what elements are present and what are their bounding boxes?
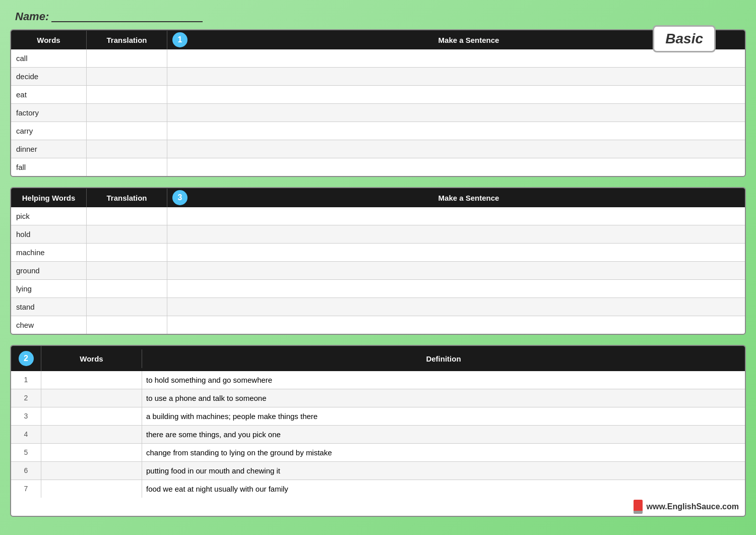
num-cell: 6 [11, 462, 41, 480]
table-row: fall [11, 158, 745, 176]
definition-cell: there are some things, and you pick one [142, 426, 745, 443]
word-cell: lying [11, 280, 87, 298]
section3-circle: 3 [167, 188, 193, 207]
definition-cell: change from standing to lying on the gro… [142, 444, 745, 461]
circle-3: 3 [172, 190, 187, 205]
table-row: chew [11, 316, 745, 334]
table-row: eat [11, 86, 745, 104]
section2-body: 1 to hold something and go somewhere 2 t… [11, 371, 745, 498]
definition-cell: putting food in our mouth and chewing it [142, 462, 745, 480]
word-cell: factory [11, 104, 87, 122]
word-answer-cell[interactable] [41, 371, 142, 389]
table-row: stand [11, 298, 745, 316]
section2-col-definition: Definition [142, 349, 745, 368]
word-cell: carry [11, 122, 87, 140]
def-row: 3 a building with machines; people make … [11, 407, 745, 426]
table-row: call [11, 49, 745, 68]
table-row: machine [11, 244, 745, 262]
word-cell: chew [11, 316, 87, 334]
section3-col-sentence: Make a Sentence [193, 189, 745, 207]
name-input-line [51, 11, 203, 22]
num-cell: 3 [11, 407, 41, 425]
sentence-cell[interactable] [167, 68, 745, 85]
table-row: pick [11, 207, 745, 225]
sentence-cell[interactable] [167, 262, 745, 279]
translation-cell[interactable] [87, 49, 167, 67]
definition-cell: food we eat at night usually with our fa… [142, 480, 745, 498]
num-cell: 1 [11, 371, 41, 389]
sentence-cell[interactable] [167, 244, 745, 261]
table-row: carry [11, 122, 745, 140]
translation-cell[interactable] [87, 262, 167, 279]
table-row: decide [11, 68, 745, 86]
word-answer-cell[interactable] [41, 426, 142, 443]
translation-cell[interactable] [87, 140, 167, 158]
section-3: Helping Words Translation 3 Make a Sente… [10, 187, 746, 335]
num-cell: 7 [11, 480, 41, 498]
translation-cell[interactable] [87, 158, 167, 176]
section-1: Words Translation 1 Make a Sentence call… [10, 29, 746, 177]
translation-cell[interactable] [87, 86, 167, 103]
translation-cell[interactable] [87, 122, 167, 140]
word-answer-cell[interactable] [41, 389, 142, 407]
circle-1: 1 [172, 32, 187, 47]
word-answer-cell[interactable] [41, 444, 142, 461]
table-row: factory [11, 104, 745, 122]
word-answer-cell[interactable] [41, 407, 142, 425]
section2-col-words: Words [41, 349, 142, 368]
sentence-cell[interactable] [167, 207, 745, 225]
eraser-bottom [634, 511, 643, 514]
definition-cell: a building with machines; people make th… [142, 407, 745, 425]
def-row: 4 there are some things, and you pick on… [11, 426, 745, 444]
table-row: dinner [11, 140, 745, 158]
sentence-cell[interactable] [167, 316, 745, 334]
word-cell: eat [11, 86, 87, 103]
definition-cell: to use a phone and talk to someone [142, 389, 745, 407]
def-row: 5 change from standing to lying on the g… [11, 444, 745, 462]
table-row: lying [11, 280, 745, 298]
circle-2: 2 [19, 351, 34, 366]
eraser-top [634, 500, 643, 511]
translation-cell[interactable] [87, 244, 167, 261]
word-answer-cell[interactable] [41, 480, 142, 498]
sentence-cell[interactable] [167, 298, 745, 316]
website-text: www.EnglishSauce.com [647, 502, 739, 511]
word-cell: fall [11, 158, 87, 176]
translation-cell[interactable] [87, 298, 167, 316]
section1-col-translation: Translation [87, 31, 167, 49]
word-cell: dinner [11, 140, 87, 158]
section1-circle: 1 [167, 30, 193, 49]
translation-cell[interactable] [87, 225, 167, 243]
sentence-cell[interactable] [167, 104, 745, 122]
section3-col-words: Helping Words [11, 189, 87, 207]
num-cell: 2 [11, 389, 41, 407]
word-cell: pick [11, 207, 87, 225]
section2-circle-cell: 2 [11, 346, 41, 371]
definition-cell: to hold something and go somewhere [142, 371, 745, 389]
sentence-cell[interactable] [167, 225, 745, 243]
section1-header: Words Translation 1 Make a Sentence [11, 30, 745, 49]
translation-cell[interactable] [87, 207, 167, 225]
sentence-cell[interactable] [167, 280, 745, 298]
translation-cell[interactable] [87, 68, 167, 85]
section1-body: call decide eat factory carry dinner fal… [11, 49, 745, 176]
sentence-cell[interactable] [167, 140, 745, 158]
num-cell: 5 [11, 444, 41, 461]
def-row: 6 putting food in our mouth and chewing … [11, 462, 745, 480]
def-row: 2 to use a phone and talk to someone [11, 389, 745, 407]
sentence-cell[interactable] [167, 86, 745, 103]
word-cell: hold [11, 225, 87, 243]
section1-col-words: Words [11, 31, 87, 49]
def-row: 7 food we eat at night usually with our … [11, 480, 745, 498]
word-answer-cell[interactable] [41, 462, 142, 480]
translation-cell[interactable] [87, 316, 167, 334]
sentence-cell[interactable] [167, 158, 745, 176]
section3-header: Helping Words Translation 3 Make a Sente… [11, 188, 745, 207]
section-2: 2 Words Definition 1 to hold something a… [10, 345, 746, 517]
eraser-icon [634, 500, 643, 514]
section3-col-translation: Translation [87, 189, 167, 207]
sentence-cell[interactable] [167, 122, 745, 140]
translation-cell[interactable] [87, 280, 167, 298]
translation-cell[interactable] [87, 104, 167, 122]
word-cell: machine [11, 244, 87, 261]
